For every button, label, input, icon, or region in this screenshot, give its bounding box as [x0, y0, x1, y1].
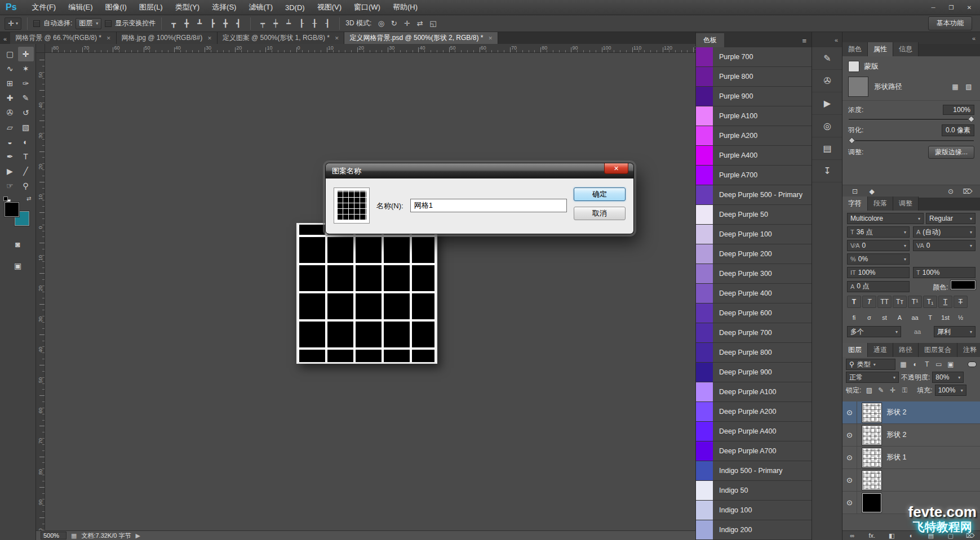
ruler-origin-corner[interactable]: [36, 44, 45, 53]
menu-item[interactable]: 滤镜(T): [242, 0, 279, 15]
strikethrough-button[interactable]: T: [954, 296, 968, 308]
swatch-row[interactable]: Purple A200: [696, 126, 812, 146]
blur-tool[interactable]: ◒: [2, 135, 18, 149]
tab-调整[interactable]: 调整: [893, 197, 919, 211]
tab-图层[interactable]: 图层: [842, 343, 868, 357]
swatch-row[interactable]: Indigo 200: [696, 520, 812, 540]
close-icon[interactable]: ✕: [107, 35, 111, 41]
menu-item[interactable]: 图像(I): [99, 0, 133, 15]
horizontal-ruler[interactable]: 8070605040302010010203040506070809010011…: [45, 44, 695, 53]
clone-stamp-tool[interactable]: ✇: [2, 105, 18, 120]
swatch-row[interactable]: Deep Purple 900: [696, 363, 812, 382]
collapse-panel-icon[interactable]: «: [835, 37, 838, 43]
pattern-name-input[interactable]: [410, 199, 567, 212]
panel-menu-icon[interactable]: ≡: [797, 37, 812, 47]
collapse-panel-icon[interactable]: «: [972, 35, 975, 42]
dialog-close-button[interactable]: ✕: [604, 163, 628, 174]
mask-edge-button[interactable]: 蒙版边缘...: [928, 146, 974, 159]
align-bottom-edges-icon[interactable]: ┻: [193, 17, 206, 30]
menu-item[interactable]: 视图(V): [311, 0, 348, 15]
tracking-field[interactable]: VA 0 ▾: [913, 240, 975, 251]
opacity-dropdown[interactable]: 80% ▾: [932, 372, 964, 383]
auto-select-checkbox[interactable]: [33, 20, 40, 27]
lock-all-icon[interactable]: ⚿: [899, 385, 910, 395]
swatch-row[interactable]: Deep Purple 400: [696, 284, 812, 304]
swatch-row[interactable]: Purple A100: [696, 106, 812, 126]
fill-dropdown[interactable]: 100% ▾: [935, 385, 966, 396]
gradient-tool[interactable]: ▧: [18, 120, 34, 135]
underline-button[interactable]: T: [938, 296, 952, 308]
tab-swatches[interactable]: 色板: [696, 33, 724, 47]
layer-row[interactable]: ⊙形状 2: [842, 401, 980, 424]
swatch-row[interactable]: Deep Purple 100: [696, 225, 812, 244]
align-top-edges-icon[interactable]: ┳: [167, 17, 180, 30]
line-tool[interactable]: ╱: [18, 164, 34, 178]
path-selection-tool[interactable]: ▶: [2, 164, 18, 178]
subscript-button[interactable]: T₁: [923, 296, 937, 308]
lasso-tool[interactable]: ∿: [2, 61, 18, 76]
history-brush-tool[interactable]: ↺: [18, 105, 34, 120]
font-family-dropdown[interactable]: Multicolore ▾: [847, 213, 924, 224]
foreground-color-chip[interactable]: [5, 202, 19, 217]
contextual-alternates-button[interactable]: σ: [862, 311, 876, 324]
layer-row[interactable]: ⊙形状 2: [842, 424, 980, 447]
discretionary-ligatures-button[interactable]: st: [877, 311, 892, 324]
disable-mask-eye-icon[interactable]: ⊙: [945, 186, 956, 197]
swatch-row[interactable]: Deep Purple A400: [696, 422, 812, 441]
3d-rotate-icon[interactable]: ◎: [375, 17, 387, 30]
tab-属性[interactable]: 属性: [868, 42, 893, 56]
swatch-row[interactable]: Deep Purple A200: [696, 402, 812, 422]
stylistic-alternates-button[interactable]: aa: [908, 311, 922, 324]
swatch-row[interactable]: Purple 700: [696, 47, 812, 67]
type-tool[interactable]: T: [18, 149, 34, 164]
swatch-row[interactable]: Purple A700: [696, 166, 812, 185]
all-caps-button[interactable]: TT: [877, 296, 892, 308]
tab-注释[interactable]: 注释: [957, 343, 980, 357]
swatch-row[interactable]: Deep Purple 600: [696, 304, 812, 323]
doc-tab[interactable]: 定义图案 @ 500%(形状 1, RGB/8) *✕: [218, 32, 345, 44]
text-color-swatch[interactable]: [951, 280, 975, 289]
swash-button[interactable]: A: [893, 311, 907, 324]
layer-filter-type-dropdown[interactable]: ⚲ 类型 ▾: [846, 359, 895, 370]
layer-row[interactable]: ⊙形状 1: [842, 447, 980, 469]
filter-type-layers-icon[interactable]: T: [921, 359, 933, 369]
layer-row[interactable]: ⊙: [842, 469, 980, 492]
feather-value[interactable]: 0.0 像素: [942, 124, 974, 136]
zoom-level-field[interactable]: 500%: [41, 532, 66, 539]
menu-item[interactable]: 窗口(W): [348, 0, 387, 15]
swatch-row[interactable]: Purple 800: [696, 67, 812, 87]
swatch-row[interactable]: Deep Purple 300: [696, 264, 812, 284]
distribute-left-icon[interactable]: ┠: [295, 17, 308, 30]
antialias-dropdown[interactable]: 犀利 ▾: [934, 326, 975, 337]
menu-item[interactable]: 图层(L): [133, 0, 169, 15]
status-menu-arrow-icon[interactable]: ▶: [135, 532, 140, 539]
crop-tool[interactable]: ⊞: [2, 76, 18, 91]
shape-path-thumbnail[interactable]: [848, 77, 868, 97]
doc-tab[interactable]: 网格.jpg @ 100%(RGB/8#)✕: [117, 32, 218, 44]
doc-tab[interactable]: 定义网格背景.psd @ 500%(形状 2, RGB/8) *✕: [344, 32, 498, 44]
swatch-row[interactable]: Purple 900: [696, 87, 812, 106]
font-style-dropdown[interactable]: Regular ▾: [926, 213, 975, 224]
layer-thumbnail[interactable]: [862, 448, 881, 467]
distribute-bottom-icon[interactable]: ┷: [282, 17, 295, 30]
screen-mode-icon[interactable]: ▣: [10, 258, 26, 273]
quick-selection-tool[interactable]: ✶: [18, 61, 34, 76]
layer-thumbnail[interactable]: [862, 493, 881, 512]
brush-tool[interactable]: ✎: [18, 91, 34, 105]
grid-pattern-document[interactable]: [296, 223, 437, 364]
align-right-edges-icon[interactable]: ┫: [232, 17, 245, 30]
filter-pixel-layers-icon[interactable]: ▦: [898, 359, 909, 369]
distribute-hcenter-icon[interactable]: ╂: [308, 17, 321, 30]
menu-item[interactable]: 文件(F): [26, 0, 63, 15]
zoom-tool[interactable]: ⚲: [18, 178, 34, 193]
fractions-button[interactable]: ½: [954, 311, 968, 324]
healing-brush-tool[interactable]: ✚: [2, 91, 18, 105]
align-left-edges-icon[interactable]: ┣: [206, 17, 219, 30]
actions-panel-icon[interactable]: ▶: [812, 92, 842, 115]
swatch-row[interactable]: Deep Purple 500 - Primary: [696, 185, 812, 205]
swatch-row[interactable]: Indigo 100: [696, 501, 812, 520]
small-caps-button[interactable]: Tᴛ: [893, 296, 907, 308]
density-value[interactable]: 100%: [943, 105, 974, 115]
layer-thumbnail[interactable]: [862, 471, 881, 490]
close-icon[interactable]: ✕: [335, 35, 339, 41]
